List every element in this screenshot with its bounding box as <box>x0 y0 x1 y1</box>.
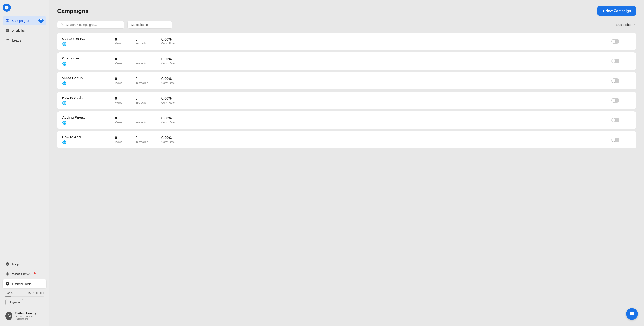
campaign-toggle[interactable] <box>611 98 620 103</box>
sidebar-item-leads[interactable]: Leads <box>3 36 46 45</box>
stat-views: 0 Views <box>115 116 122 124</box>
views-label: Views <box>115 140 122 144</box>
campaign-stats: 0 Views 0 Interaction 0.00% Conv. Rate <box>115 116 603 124</box>
campaign-stats: 0 Views 0 Interaction 0.00% Conv. Rate <box>115 38 603 45</box>
new-campaign-button[interactable]: + New Campaign <box>598 6 636 16</box>
campaign-stats: 0 Views 0 Interaction 0.00% Conv. Rate <box>115 57 603 65</box>
campaign-menu-icon[interactable]: ⋮ <box>623 136 631 143</box>
campaign-toggle[interactable] <box>611 78 620 83</box>
stat-interaction: 0 Interaction <box>136 116 148 124</box>
campaign-toggle[interactable] <box>611 118 620 122</box>
campaign-menu-icon[interactable]: ⋮ <box>623 97 631 104</box>
views-label: Views <box>115 82 122 84</box>
avatar <box>5 312 12 320</box>
toolbar: Select items Last added <box>57 21 636 28</box>
campaign-name-col: Adding Priva... 🌐 <box>62 115 111 125</box>
interaction-value: 0 <box>136 136 138 140</box>
campaign-menu-icon[interactable]: ⋮ <box>623 58 631 64</box>
views-value: 0 <box>115 38 117 42</box>
campaign-toggle[interactable] <box>611 59 620 63</box>
campaign-toggle[interactable] <box>611 138 620 142</box>
analytics-icon <box>5 28 10 33</box>
page-title: Campaigns <box>57 8 88 14</box>
campaign-name-col: How to Add 🌐 <box>62 135 111 144</box>
views-value: 0 <box>115 77 117 81</box>
campaign-list: Customize P... 🌐 0 Views 0 Interaction 0… <box>57 33 636 148</box>
sidebar-item-whats-new[interactable]: What's new? <box>3 270 46 278</box>
upgrade-button[interactable]: Upgrade <box>5 299 23 305</box>
bell-icon <box>5 272 10 276</box>
sidebar-whats-new-label: What's new? <box>12 272 31 276</box>
campaign-name: How to Add ... <box>62 96 111 100</box>
stat-conv-rate: 0.00% Conv. Rate <box>162 57 175 65</box>
interaction-value: 0 <box>136 77 138 81</box>
chevron-down-icon <box>166 23 169 26</box>
campaign-stats: 0 Views 0 Interaction 0.00% Conv. Rate <box>115 96 603 104</box>
campaign-menu-icon[interactable]: ⋮ <box>623 78 631 84</box>
stat-views: 0 Views <box>115 38 122 45</box>
campaign-card[interactable]: Adding Priva... 🌐 0 Views 0 Interaction … <box>57 111 636 129</box>
conv-rate-value: 0.00% <box>162 96 172 100</box>
campaign-card[interactable]: How to Add ... 🌐 0 Views 0 Interaction 0… <box>57 92 636 109</box>
views-value: 0 <box>115 116 117 120</box>
campaigns-icon <box>5 18 10 23</box>
conv-rate-value: 0.00% <box>162 57 172 61</box>
stat-interaction: 0 Interaction <box>136 57 148 65</box>
conv-rate-label: Conv. Rate <box>162 101 175 104</box>
views-label: Views <box>115 101 122 104</box>
campaign-toggle[interactable] <box>611 39 620 44</box>
main-content: Campaigns + New Campaign Select items La… <box>49 0 644 326</box>
campaign-menu-icon[interactable]: ⋮ <box>623 38 631 44</box>
stat-views: 0 Views <box>115 96 122 104</box>
plan-progress-bar <box>5 296 44 297</box>
search-box[interactable] <box>57 21 124 28</box>
globe-icon: 🌐 <box>62 62 67 66</box>
campaign-stats: 0 Views 0 Interaction 0.00% Conv. Rate <box>115 77 603 84</box>
select-items-select[interactable]: Select items <box>131 23 164 26</box>
sidebar-campaigns-label: Campaigns <box>12 19 29 22</box>
campaign-name: Customize P... <box>62 37 111 40</box>
campaign-name-col: How to Add ... 🌐 <box>62 96 111 105</box>
campaign-card[interactable]: How to Add 🌐 0 Views 0 Interaction 0.00%… <box>57 131 636 148</box>
campaign-name: Customize <box>62 56 111 60</box>
sidebar-embed-code-label: Embed Code <box>12 282 32 286</box>
campaign-name-col: Customize 🌐 <box>62 56 111 66</box>
views-value: 0 <box>115 136 117 140</box>
campaign-name: Adding Priva... <box>62 115 111 119</box>
help-icon <box>5 262 10 266</box>
chat-bubble-button[interactable] <box>626 308 638 320</box>
search-input[interactable] <box>66 23 121 26</box>
conv-rate-value: 0.00% <box>162 116 172 120</box>
campaign-card[interactable]: Customize P... 🌐 0 Views 0 Interaction 0… <box>57 33 636 50</box>
stat-views: 0 Views <box>115 77 122 84</box>
stat-conv-rate: 0.00% Conv. Rate <box>162 116 175 124</box>
views-label: Views <box>115 62 122 65</box>
sidebar-item-campaigns[interactable]: Campaigns 7 <box>3 16 46 25</box>
campaign-name: Video Popup <box>62 76 111 80</box>
conv-rate-value: 0.00% <box>162 77 172 81</box>
sidebar-item-analytics[interactable]: Analytics <box>3 26 46 35</box>
page-header: Campaigns + New Campaign <box>57 6 636 16</box>
app-logo[interactable] <box>3 4 11 12</box>
select-items-dropdown[interactable]: Select items <box>128 21 172 28</box>
sidebar-item-embed-code[interactable]: Embed Code <box>3 279 46 288</box>
interaction-label: Interaction <box>136 140 148 144</box>
user-section: Perihan Uramış Perihan Uramış's Organiza… <box>3 309 46 322</box>
views-label: Views <box>115 42 122 45</box>
stat-conv-rate: 0.00% Conv. Rate <box>162 136 175 144</box>
campaign-card[interactable]: Customize 🌐 0 Views 0 Interaction 0.00% … <box>57 52 636 70</box>
views-label: Views <box>115 121 122 124</box>
plan-progress-fill <box>5 296 11 297</box>
globe-icon: 🌐 <box>62 101 67 105</box>
sort-dropdown[interactable]: Last added <box>616 23 636 26</box>
plan-section: Basic 15 / 100.000 Upgrade <box>3 289 46 308</box>
campaigns-badge: 7 <box>38 18 44 22</box>
interaction-label: Interaction <box>136 62 148 65</box>
campaign-card[interactable]: Video Popup 🌐 0 Views 0 Interaction 0.00… <box>57 72 636 90</box>
sidebar-analytics-label: Analytics <box>12 28 26 32</box>
stat-interaction: 0 Interaction <box>136 38 148 45</box>
sidebar-item-help[interactable]: Help <box>3 260 46 268</box>
globe-icon: 🌐 <box>62 42 67 46</box>
stat-views: 0 Views <box>115 57 122 65</box>
campaign-menu-icon[interactable]: ⋮ <box>623 117 631 123</box>
